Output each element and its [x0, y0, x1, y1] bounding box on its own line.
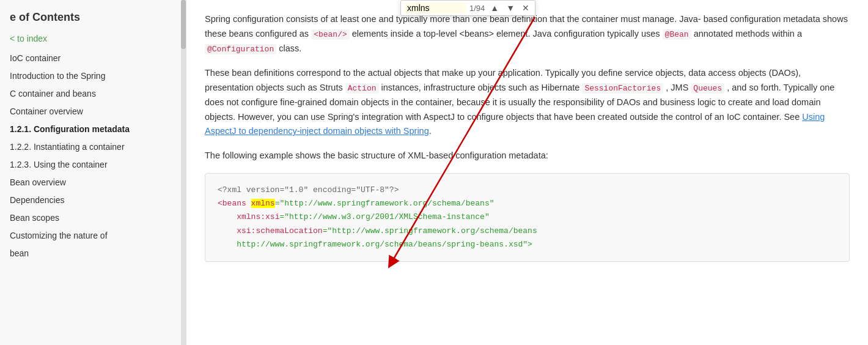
xmlns-highlight: xmlns [251, 199, 275, 208]
sidebar-item-customizing[interactable]: Customizing the nature of [0, 227, 186, 245]
sidebar-item-intro-spring[interactable]: Introduction to the Spring [0, 67, 186, 85]
action-code: Action [345, 83, 379, 94]
sidebar-item-config-metadata[interactable]: 1.2.1. Configuration metadata [0, 121, 186, 138]
sidebar: e of Contents < to index IoC container I… [0, 0, 186, 345]
code-line-4: xsi:schemaLocation="http://www.springfra… [218, 224, 837, 238]
search-close-button[interactable]: ✕ [520, 3, 531, 13]
code-line-5: http://www.springframework.org/schema/be… [218, 238, 837, 251]
search-bar: 1/94 ▲ ▼ ✕ [400, 0, 535, 16]
bean-annotation-code: @Bean [663, 29, 691, 40]
toc-title: e of Contents [0, 6, 186, 31]
queues-code: Queues [691, 83, 724, 94]
configuration-annotation-code: @Configuration [205, 44, 276, 54]
sidebar-item-bean[interactable]: bean [0, 245, 186, 262]
paragraph-2: These bean definitions correspond to the… [205, 66, 850, 139]
sidebar-item-container-overview[interactable]: Container overview [0, 103, 186, 121]
paragraph-3: The following example shows the basic st… [205, 149, 850, 163]
code-line-3: xmlns:xsi="http://www.w3.org/2001/XMLSch… [218, 210, 837, 224]
code-line-2: <beans xmlns="http://www.springframework… [218, 197, 837, 210]
sidebar-item-using-container[interactable]: 1.2.3. Using the container [0, 156, 186, 174]
scrollbar-track [181, 0, 186, 345]
sidebar-item-container-beans[interactable]: C container and beans [0, 85, 186, 103]
search-count: 1/94 [469, 4, 485, 13]
sidebar-item-bean-overview[interactable]: Bean overview [0, 174, 186, 191]
back-to-index-link[interactable]: < to index [0, 31, 186, 46]
bean-element-code: <bean/> [311, 29, 350, 40]
sidebar-item-bean-scopes[interactable]: Bean scopes [0, 209, 186, 227]
sidebar-item-dependencies[interactable]: Dependencies [0, 191, 186, 209]
search-next-button[interactable]: ▼ [504, 3, 517, 13]
session-factories-code: SessionFactories [582, 83, 663, 94]
main-content-area: 1/94 ▲ ▼ ✕ Spring configuration consists… [186, 0, 868, 345]
content-area: Spring configuration consists of at leas… [186, 0, 868, 345]
paragraph-1: Spring configuration consists of at leas… [205, 12, 850, 56]
search-prev-button[interactable]: ▲ [488, 3, 501, 13]
sidebar-item-instantiating[interactable]: 1.2.2. Instantiating a container [0, 138, 186, 156]
sidebar-item-ioc-container[interactable]: IoC container [0, 50, 186, 67]
code-block: <?xml version="1.0" encoding="UTF-8"?> <… [205, 173, 850, 261]
search-input[interactable] [405, 2, 466, 13]
code-line-1: <?xml version="1.0" encoding="UTF-8"?> [218, 184, 837, 197]
scrollbar-thumb[interactable] [181, 0, 186, 49]
